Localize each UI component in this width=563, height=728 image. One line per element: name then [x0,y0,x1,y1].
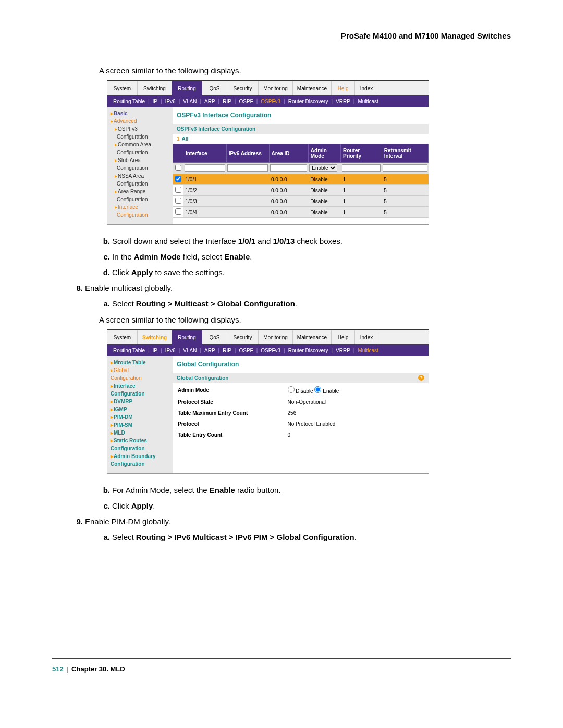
tab-index[interactable]: Index [355,81,378,95]
table-row[interactable]: 1/0/20.0.0.0Disable15 [173,185,429,196]
tab-routing[interactable]: Routing [172,81,202,95]
subnav-router-discovery[interactable]: Router Discovery [288,348,328,353]
subnav-ip[interactable]: IP [153,98,157,104]
tab-routing[interactable]: Routing [172,330,202,344]
subnav-rip[interactable]: RIP [223,98,231,104]
sidebar-item-pim-sm[interactable]: ▸PIM-SM [109,421,173,429]
tab-help[interactable]: Help [332,330,355,344]
page-number: 512 [52,665,64,673]
tab-qos[interactable]: QoS [202,81,227,95]
subnav-arp[interactable]: ARP [204,98,215,104]
sidebar-item-interface[interactable]: ▸Interface [109,382,173,390]
subnav-vrrp[interactable]: VRRP [336,98,350,104]
sidebar-item-admin-boundary[interactable]: ▸Admin Boundary [109,452,173,460]
subnav-ospf[interactable]: OSPF [239,348,253,353]
content-title-1: OSPFv3 Interface Configuration [173,109,429,121]
tab-security[interactable]: Security [227,81,259,95]
screenshot-ospfv3: SystemSwitchingRoutingQoSSecurityMonitor… [107,80,429,225]
help-icon[interactable]: ? [418,375,424,381]
sidebar-item-configuration[interactable]: Configuration [109,133,173,141]
sidebar-item-configuration[interactable]: Configuration [109,390,173,398]
interface-input[interactable] [185,164,226,172]
subnav-multicast[interactable]: Multicast [358,348,378,353]
sidebar-item-pim-dm[interactable]: ▸PIM-DM [109,413,173,421]
tab-monitoring[interactable]: Monitoring [259,81,293,95]
subnav-vlan[interactable]: VLAN [183,98,197,104]
subnav-rip[interactable]: RIP [223,348,231,353]
content-1: OSPFv3 Interface Configuration OSPFv3 In… [173,107,429,224]
subnav-routing-table[interactable]: Routing Table [113,348,145,353]
sidebar-item-configuration[interactable]: Configuration [109,164,173,172]
sidebar-item-interface[interactable]: ▸Interface [109,203,173,211]
sidebar-item-configuration[interactable]: Configuration [109,195,173,203]
subnav-ipv6[interactable]: IPv6 [165,348,176,353]
subnav-routing-table[interactable]: Routing Table [113,98,145,104]
table-row[interactable]: 1/0/30.0.0.0Disable15 [173,196,429,207]
sidebar-item-configuration[interactable]: Configuration [109,180,173,188]
sidebar-item-dvmrp[interactable]: ▸DVMRP [109,398,173,405]
row-checkbox[interactable] [175,176,181,182]
subnav-ipv6[interactable]: IPv6 [165,98,176,104]
tab-help[interactable]: Help [332,81,355,95]
area-input[interactable] [270,164,307,172]
sidebar-item-advanced[interactable]: ▸Advanced [109,117,173,125]
sidebar-item-global[interactable]: ▸Global [109,366,173,374]
tab-switching[interactable]: Switching [138,81,172,95]
sidebar-item-configuration[interactable]: Configuration [109,211,173,219]
page-footer: 512|Chapter 30. MLD [52,658,511,673]
table-row[interactable]: 1/0/40.0.0.0Disable15 [173,207,429,218]
disable-radio[interactable]: Disable [288,388,313,394]
subnav-arp[interactable]: ARP [204,348,215,353]
tab-qos[interactable]: QoS [202,330,227,344]
sidebar-item-stub-area[interactable]: ▸Stub Area [109,156,173,164]
select-all-checkbox[interactable] [175,165,181,171]
tab-maintenance[interactable]: Maintenance [293,81,332,95]
admin-mode-select[interactable]: Enable [309,164,337,172]
sidebar-item-ospfv3[interactable]: ▸OSPFv3 [109,125,173,133]
priority-input[interactable] [342,164,381,172]
tab-maintenance[interactable]: Maintenance [293,330,332,344]
subnav-vlan[interactable]: VLAN [183,348,197,353]
subnav-router-discovery[interactable]: Router Discovery [288,98,328,104]
sidebar-item-configuration[interactable]: Configuration [109,460,173,468]
config-row: Table Maximum Entry Count256 [174,408,427,418]
content-2: Global Configuration Global Configuratio… [173,356,429,473]
tab-system[interactable]: System [107,330,138,344]
tab-index[interactable]: Index [355,330,378,344]
subnav-ospfv3[interactable]: OSPFv3 [261,98,280,104]
sidebar-item-nssa-area[interactable]: ▸NSSA Area [109,172,173,180]
all-filter[interactable]: 1All [173,134,429,144]
table-row[interactable]: 1/0/10.0.0.0Disable15 [173,174,429,185]
tab-system[interactable]: System [107,81,138,95]
ipv6-input[interactable] [227,164,268,172]
instr-block-1: b.Scroll down and select the Interface 1… [86,235,511,310]
row-checkbox[interactable] [175,198,181,204]
tab-monitoring[interactable]: Monitoring [259,330,293,344]
sidebar-item-common-area[interactable]: ▸Common Area [109,141,173,149]
top-tabs-2: SystemSwitchingRoutingQoSSecurityMonitor… [107,330,429,344]
sidebar-item-area-range[interactable]: ▸Area Range [109,188,173,195]
config-row: Protocol StateNon-Operational [174,397,427,407]
subnav-ospf[interactable]: OSPF [239,98,253,104]
row-checkbox[interactable] [175,187,181,193]
subnav-multicast[interactable]: Multicast [358,98,378,104]
subnav-vrrp[interactable]: VRRP [336,348,350,353]
config-row: Table Entry Count0 [174,430,427,440]
instr-block-2: b.For Admin Mode, select the Enable radi… [86,484,511,544]
subnav-ip[interactable]: IP [153,348,157,353]
config-table: Admin Mode Disable EnableProtocol StateN… [173,383,429,441]
sidebar-item-basic[interactable]: ▸Basic [109,109,173,117]
sidebar-item-configuration[interactable]: Configuration [109,149,173,156]
tab-switching[interactable]: Switching [138,330,172,344]
sidebar-item-mld[interactable]: ▸MLD [109,429,173,437]
sidebar-item-configuration[interactable]: Configuration [109,445,173,452]
subnav-ospfv3[interactable]: OSPFv3 [261,348,280,353]
tab-security[interactable]: Security [227,330,259,344]
retransmit-input[interactable] [383,164,427,172]
enable-radio[interactable]: Enable [314,388,339,394]
sidebar-item-mroute-table[interactable]: ▸Mroute Table [109,359,173,366]
sidebar-item-static-routes[interactable]: ▸Static Routes [109,437,173,445]
sidebar-item-configuration[interactable]: Configuration [109,374,173,382]
row-checkbox[interactable] [175,208,181,215]
sidebar-item-igmp[interactable]: ▸IGMP [109,405,173,413]
